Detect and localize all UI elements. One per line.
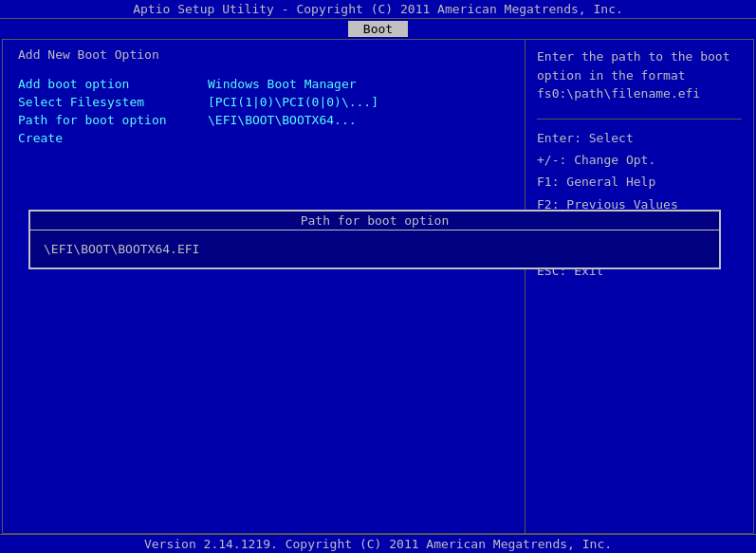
key-help-enter: Enter: Select (537, 127, 742, 149)
section-title: Add New Boot Option (18, 47, 509, 62)
left-panel: Add New Boot Option Add boot option Wind… (3, 40, 526, 533)
bottom-bar: Version 2.14.1219. Copyright (C) 2011 Am… (0, 534, 756, 553)
top-bar: Aptio Setup Utility - Copyright (C) 2011… (0, 0, 756, 19)
main-content: Add New Boot Option Add boot option Wind… (2, 39, 754, 534)
tab-boot[interactable]: Boot (348, 21, 408, 37)
dialog-title: Path for boot option (30, 212, 719, 230)
menu-label-add-boot[interactable]: Add boot option (18, 77, 208, 91)
menu-value-path: \EFI\BOOT\BOOTX64... (208, 113, 357, 127)
menu-label-path[interactable]: Path for boot option (18, 113, 208, 127)
menu-row-1: Add boot option Windows Boot Manager (18, 77, 509, 91)
dialog-body (30, 230, 719, 267)
dialog-overlay: Path for boot option (28, 210, 721, 269)
dialog-input[interactable] (42, 238, 708, 260)
menu-label-filesystem[interactable]: Select Filesystem (18, 95, 208, 109)
menu-label-create[interactable]: Create (18, 131, 208, 145)
header-title: Aptio Setup Utility - Copyright (C) 2011… (133, 2, 623, 16)
menu-row-2: Select Filesystem [PCI(1|0)\PCI(0|0)\...… (18, 95, 509, 109)
help-text: Enter the path to the boot option in the… (537, 47, 742, 103)
key-help-change: +/-: Change Opt. (537, 149, 742, 171)
menu-value-add-boot: Windows Boot Manager (208, 77, 357, 91)
menu-value-filesystem: [PCI(1|0)\PCI(0|0)\...] (208, 95, 378, 109)
footer-text: Version 2.14.1219. Copyright (C) 2011 Am… (144, 537, 612, 551)
divider (537, 119, 742, 120)
menu-row-3: Path for boot option \EFI\BOOT\BOOTX64..… (18, 113, 509, 127)
key-help-f1: F1: General Help (537, 171, 742, 193)
right-panel: Enter the path to the boot option in the… (526, 40, 753, 533)
menu-row-4: Create (18, 131, 509, 145)
tab-bar: Boot (0, 19, 756, 39)
